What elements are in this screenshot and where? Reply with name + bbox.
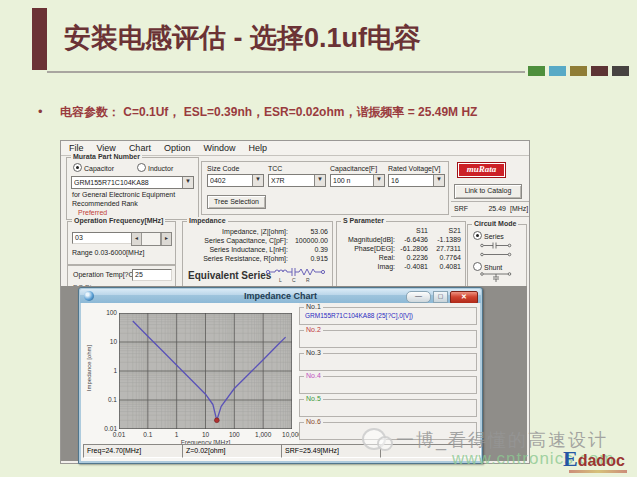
rated-voltage-select[interactable]: 16▼ <box>388 174 445 187</box>
sparam-s21-value: 27.7311 <box>428 245 461 252</box>
menu-file[interactable]: File <box>69 143 84 153</box>
legend-slot-label: No.1 <box>304 303 323 311</box>
scroll-left-icon[interactable]: ◄ <box>132 233 142 245</box>
edadoc-logo-rest: dadoc <box>578 452 625 469</box>
accent-square <box>528 66 545 76</box>
circuit-mode-group: Circuit Mode Series Shunt <box>467 224 527 287</box>
operation-temp-input[interactable]: 25 <box>132 269 172 281</box>
frequency-range-label: Range 0.03-6000[MHz] <box>72 249 144 256</box>
chevron-down-icon[interactable]: ▼ <box>373 175 384 186</box>
page-title: 安装电感评估 - 选择0.1uf电容 <box>64 20 421 56</box>
sparam-row-label: Real: <box>337 254 395 261</box>
part-number-value: GRM155R71C104KA88 <box>74 178 182 187</box>
menu-chart[interactable]: Chart <box>129 143 151 153</box>
sparam-s21-value: 0.4081 <box>428 263 461 270</box>
radio-selected-icon[interactable] <box>473 231 482 240</box>
menu-option[interactable]: Option <box>164 143 191 153</box>
legend-slot-2[interactable]: No.2 <box>299 330 477 348</box>
legend-slot-4[interactable]: No.4 <box>299 376 477 394</box>
tcc-select[interactable]: X7R▼ <box>268 174 326 187</box>
x-tick: 1,000 <box>248 431 278 438</box>
legend-slot-1[interactable]: No.1 GRM155R71C104KA88 (25[?C],0[V]) <box>299 307 477 325</box>
legend-slot-3[interactable]: No.3 <box>299 353 477 371</box>
chat-bubbles-icon <box>362 428 388 450</box>
radio-unselected-icon[interactable] <box>137 163 146 172</box>
scroll-right-icon[interactable]: ► <box>161 233 171 245</box>
sparam-s21-value: 0.7764 <box>428 254 461 261</box>
size-code-select[interactable]: 0402▼ <box>207 174 264 187</box>
s-parameter-group: S Parameter S11 S21 Magnitude[dB]: -6.64… <box>336 221 466 287</box>
title-accent-squares <box>528 66 629 76</box>
chevron-down-icon[interactable]: ▼ <box>314 175 325 186</box>
x-tick: 1 <box>162 431 192 438</box>
frequency-scrollbar[interactable]: ◄ ► <box>131 232 172 246</box>
impedance-row-label: Series Resistance, R[ohm]: <box>183 255 288 262</box>
frequency-input[interactable]: 03 <box>72 232 133 244</box>
s-parameter-group-label: S Parameter <box>341 217 386 225</box>
srf-label: SRF <box>454 205 468 212</box>
status-impedance: Z=0.02[ohm] <box>182 444 282 458</box>
capacitance-select[interactable]: 100 n▼ <box>330 174 385 187</box>
impedance-group-label: Impedance <box>187 217 228 225</box>
accent-square <box>570 66 587 76</box>
legend-slot-5[interactable]: No.5 <box>299 399 477 417</box>
chevron-down-icon[interactable]: ▼ <box>182 177 193 188</box>
srf-unit: [MHz] <box>510 205 528 212</box>
menu-help[interactable]: Help <box>248 143 267 153</box>
radio-selected-icon[interactable] <box>73 163 82 172</box>
sparam-s11-value: -61.2806 <box>395 245 428 252</box>
minimize-button[interactable]: — <box>406 291 431 303</box>
radio-unselected-icon[interactable] <box>473 262 482 271</box>
legend-slot-label: No.4 <box>304 372 323 380</box>
accent-square <box>591 66 608 76</box>
scrollbar-thumb[interactable] <box>142 233 161 245</box>
recommended-rank-label: Recommended Rank <box>72 200 138 207</box>
capacitor-radio[interactable]: Capacitor <box>73 163 114 172</box>
rank-value: Preferred <box>78 209 107 216</box>
bullet-marker: • <box>38 104 43 119</box>
capacitance-value: 100 n <box>333 176 373 185</box>
impedance-plot: Impedance [ohm] 1001010.10.01 0.010.1110… <box>81 303 299 461</box>
sparam-s21-value: -1.1389 <box>428 236 461 243</box>
title-accent-bar <box>32 8 47 70</box>
operation-temp-label: Operation Temp[?C] <box>73 271 136 278</box>
size-code-label: Size Code <box>207 165 239 172</box>
impedance-row-value: 0.39 <box>288 246 328 253</box>
y-tick: 1 <box>91 367 117 374</box>
shunt-radio[interactable]: Shunt <box>473 262 502 271</box>
divider <box>451 201 529 202</box>
rated-voltage-label: Rated Voltage[V] <box>388 165 441 172</box>
x-tick: 10 <box>191 431 221 438</box>
inductor-radio[interactable]: Inductor <box>137 163 173 172</box>
y-tick: 0.1 <box>91 396 117 403</box>
legend-slot-label: No.6 <box>304 418 323 426</box>
accent-square <box>549 66 566 76</box>
sparam-row-label: Imag: <box>337 263 395 270</box>
impedance-row-value: 0.915 <box>288 255 328 262</box>
chevron-down-icon[interactable]: ▼ <box>252 175 263 186</box>
operation-frequency-label: Operation Frequency[MHz] <box>72 217 165 225</box>
part-number-group-label: Murata Part Number <box>71 153 142 161</box>
menu-view[interactable]: View <box>97 143 116 153</box>
chart-window-titlebar[interactable]: Impedance Chart — ▢ ✕ <box>80 289 481 303</box>
menu-window[interactable]: Window <box>203 143 235 153</box>
chevron-down-icon[interactable]: ▼ <box>433 175 444 186</box>
impedance-row-label: Impedance, |Z|[ohm]: <box>183 228 288 235</box>
impedance-row-label: Series Inductance, L[nH]: <box>183 246 288 253</box>
edadoc-logo: Edadoc <box>563 446 627 473</box>
slide: 安装电感评估 - 选择0.1uf电容 • 电容参数： C=0.1Uf， ESL=… <box>0 0 637 477</box>
edadoc-tagline-strip <box>569 470 627 473</box>
sparam-row-label: Magnitude[dB]: <box>337 236 395 243</box>
sparam-s11-value: -6.6436 <box>395 236 428 243</box>
impedance-group: Impedance Impedance, |Z|[ohm]: 53.06 Ser… <box>182 221 333 287</box>
srf-value: 25.49 <box>476 205 506 212</box>
series-radio[interactable]: Series <box>473 231 504 240</box>
tree-selection-button[interactable]: Tree Selection <box>207 195 266 209</box>
edadoc-logo-e: E <box>563 446 578 471</box>
operation-temp-group: Operation Temp[?C] 25 DC Bias <box>67 264 176 286</box>
maximize-button[interactable]: ▢ <box>433 291 448 303</box>
selection-group: Size Code 0402▼ TCC X7R▼ Capacitance[F] … <box>201 161 449 215</box>
part-number-select[interactable]: GRM155R71C104KA88 ▼ <box>71 176 194 189</box>
link-to-catalog-button[interactable]: Link to Catalog <box>454 184 522 199</box>
rated-voltage-value: 16 <box>391 176 433 185</box>
